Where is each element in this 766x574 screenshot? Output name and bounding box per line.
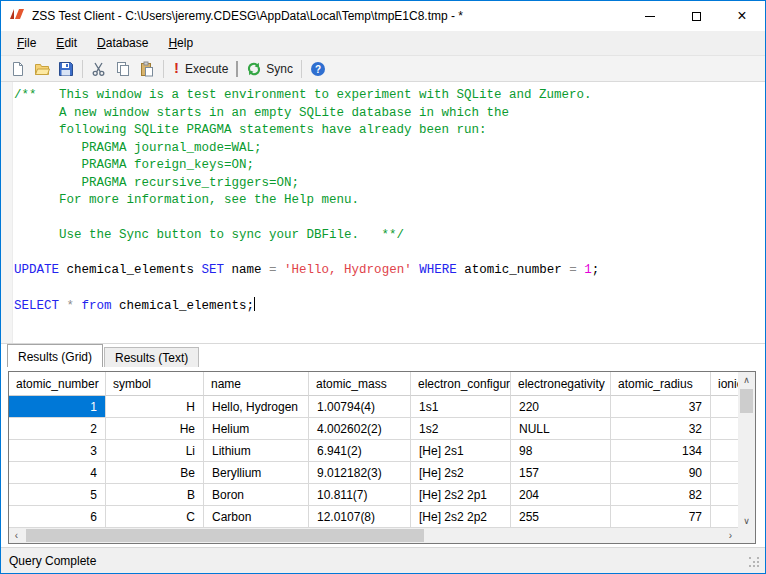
grid-cell[interactable]: 3 bbox=[9, 440, 106, 462]
grid-cell[interactable]: NULL bbox=[511, 418, 611, 440]
grid-cell[interactable]: 1.00794(4) bbox=[309, 396, 411, 418]
grid-cell[interactable]: 220 bbox=[511, 396, 611, 418]
grid-cell[interactable]: 204 bbox=[511, 484, 611, 506]
grid-cell[interactable]: 4 bbox=[9, 462, 106, 484]
grid-cell[interactable]: 1 bbox=[9, 396, 106, 418]
grid-cell[interactable]: 12.0107(8) bbox=[309, 506, 411, 528]
menu-edit[interactable]: Edit bbox=[46, 32, 87, 54]
grid-cell[interactable]: Helium bbox=[204, 418, 309, 440]
grid-cell[interactable]: 10.811(7) bbox=[309, 484, 411, 506]
grid-cell[interactable]: 6 bbox=[9, 506, 106, 528]
menu-database[interactable]: Database bbox=[87, 32, 158, 54]
grid-cell[interactable]: C bbox=[106, 506, 204, 528]
execute-button-label: Execute bbox=[185, 62, 228, 76]
open-folder-icon bbox=[34, 61, 50, 77]
sync-button[interactable]: Sync bbox=[242, 59, 297, 79]
toolbar-separator bbox=[163, 60, 164, 78]
vertical-scroll-track[interactable] bbox=[738, 387, 755, 513]
grid-cell[interactable] bbox=[711, 418, 738, 440]
toolbar: !ExecuteSync? bbox=[1, 56, 765, 82]
new-button[interactable] bbox=[6, 59, 30, 79]
grid-cell[interactable]: 1s1 bbox=[411, 396, 511, 418]
grid-cell[interactable]: 32 bbox=[611, 418, 711, 440]
scissors-icon bbox=[91, 61, 107, 77]
grid-cell[interactable]: He bbox=[106, 418, 204, 440]
grid-cell[interactable]: [He] 2s2 2p1 bbox=[411, 484, 511, 506]
help-button[interactable]: ? bbox=[306, 59, 330, 79]
grid-cell[interactable] bbox=[711, 440, 738, 462]
grid-cell[interactable]: 134 bbox=[611, 440, 711, 462]
save-floppy-icon bbox=[58, 61, 74, 77]
sql-editor[interactable]: /** This window is a test environment to… bbox=[1, 82, 765, 343]
grid-cell[interactable]: 255 bbox=[511, 506, 611, 528]
window-title: ZSS Test Client - C:\Users\jeremy.CDESG\… bbox=[32, 9, 627, 23]
close-button[interactable]: × bbox=[719, 1, 765, 31]
tab-results-text[interactable]: Results (Text) bbox=[104, 347, 199, 367]
column-header-ionic_radius[interactable]: ionic_radius bbox=[711, 372, 738, 396]
grid-cell[interactable]: Carbon bbox=[204, 506, 309, 528]
editor-margin bbox=[1, 82, 13, 343]
column-header-electron_configuration[interactable]: electron_configuration bbox=[411, 372, 511, 396]
grid-cell[interactable]: [He] 2s2 2p2 bbox=[411, 506, 511, 528]
execute-button[interactable]: !Execute bbox=[168, 59, 232, 78]
column-header-atomic_radius[interactable]: atomic_radius bbox=[611, 372, 711, 396]
grid-cell[interactable]: Beryllium bbox=[204, 462, 309, 484]
vertical-scrollbar[interactable]: ∧ ∨ bbox=[738, 372, 755, 528]
grid-cell[interactable]: 5 bbox=[9, 484, 106, 506]
grid-cell[interactable]: 2 bbox=[9, 418, 106, 440]
grid-cell[interactable]: Be bbox=[106, 462, 204, 484]
vertical-scroll-thumb[interactable] bbox=[740, 389, 753, 413]
grid-cell[interactable]: 37 bbox=[611, 396, 711, 418]
grid-cell[interactable] bbox=[711, 484, 738, 506]
save-button[interactable] bbox=[54, 59, 78, 79]
column-header-atomic_number[interactable]: atomic_number bbox=[9, 372, 106, 396]
grid-cell[interactable]: 6.941(2) bbox=[309, 440, 411, 462]
copy-button[interactable] bbox=[111, 59, 135, 79]
svg-text:?: ? bbox=[315, 63, 321, 74]
minimize-button[interactable] bbox=[627, 1, 673, 31]
paste-button[interactable] bbox=[135, 59, 159, 79]
results-panel: atomic_numbersymbolnameatomic_masselectr… bbox=[1, 367, 765, 547]
scroll-up-icon[interactable]: ∧ bbox=[738, 372, 755, 387]
column-header-electronegativity[interactable]: electronegativity bbox=[511, 372, 611, 396]
grid-cell[interactable]: Hello, Hydrogen bbox=[204, 396, 309, 418]
grid-cell[interactable] bbox=[711, 506, 738, 528]
grid-cell[interactable]: H bbox=[106, 396, 204, 418]
column-header-name[interactable]: name bbox=[204, 372, 309, 396]
grid-cell[interactable]: [He] 2s2 bbox=[411, 462, 511, 484]
grid-cell[interactable]: 98 bbox=[511, 440, 611, 462]
horizontal-scroll-thumb[interactable] bbox=[26, 529, 424, 542]
stop-button bbox=[232, 60, 242, 78]
grid-cell[interactable]: B bbox=[106, 484, 204, 506]
menu-file[interactable]: File bbox=[7, 32, 46, 54]
horizontal-scrollbar[interactable]: ‹ › bbox=[9, 528, 738, 543]
scroll-left-icon[interactable]: ‹ bbox=[9, 528, 24, 543]
tab-results-grid[interactable]: Results (Grid) bbox=[7, 344, 103, 367]
code-line: /** This window is a test environment to… bbox=[14, 87, 765, 105]
grid-cell[interactable]: 77 bbox=[611, 506, 711, 528]
grid-cell[interactable] bbox=[711, 396, 738, 418]
grid-cell[interactable]: Boron bbox=[204, 484, 309, 506]
column-header-atomic_mass[interactable]: atomic_mass bbox=[309, 372, 411, 396]
grid-rows: 1HHello, Hydrogen1.00794(4)1s1220372HeHe… bbox=[9, 396, 738, 528]
scroll-down-icon[interactable]: ∨ bbox=[738, 513, 755, 528]
grid-cell[interactable]: Lithium bbox=[204, 440, 309, 462]
grid-cell[interactable]: Li bbox=[106, 440, 204, 462]
scroll-right-icon[interactable]: › bbox=[723, 528, 738, 543]
grid-cell[interactable]: 90 bbox=[611, 462, 711, 484]
cut-button[interactable] bbox=[87, 59, 111, 79]
column-header-symbol[interactable]: symbol bbox=[106, 372, 204, 396]
grid-cell[interactable]: 82 bbox=[611, 484, 711, 506]
resize-grip-icon[interactable] bbox=[749, 557, 761, 569]
menu-help[interactable]: Help bbox=[158, 32, 203, 54]
status-bar: Query Complete bbox=[1, 547, 765, 573]
grid-cell[interactable]: 9.012182(3) bbox=[309, 462, 411, 484]
grid-cell[interactable]: [He] 2s1 bbox=[411, 440, 511, 462]
grid-cell[interactable]: 1s2 bbox=[411, 418, 511, 440]
grid-cell[interactable]: 157 bbox=[511, 462, 611, 484]
grid-cell[interactable] bbox=[711, 462, 738, 484]
horizontal-scroll-track[interactable] bbox=[24, 528, 723, 543]
open-button[interactable] bbox=[30, 59, 54, 79]
grid-cell[interactable]: 4.002602(2) bbox=[309, 418, 411, 440]
maximize-button[interactable] bbox=[673, 1, 719, 31]
